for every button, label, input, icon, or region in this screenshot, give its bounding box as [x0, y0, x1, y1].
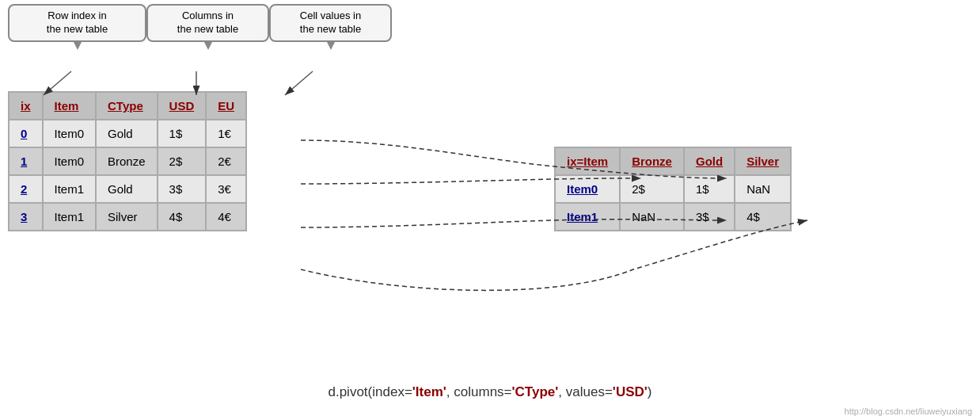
formula-param3: 'USD': [613, 384, 648, 399]
row-1-ix: 1: [9, 147, 43, 175]
formula-prefix: d.pivot(index=: [328, 384, 412, 399]
right-row-1-silver: 4$: [735, 203, 791, 231]
right-table-row: Item0 2$ 1$ NaN: [555, 175, 791, 203]
watermark: http://blog.csdn.net/liuweiyuxiang: [845, 407, 972, 416]
right-col-silver: Silver: [735, 147, 791, 175]
left-col-ctype: CType: [96, 92, 158, 120]
left-table: ix Item CType USD EU 0 Item0 Gold 1$ 1€ …: [8, 91, 247, 231]
row-2-item: Item1: [43, 175, 97, 203]
row-1-item: Item0: [43, 147, 97, 175]
right-row-1-item: Item1: [555, 203, 620, 231]
row-3-item: Item1: [43, 203, 97, 231]
formula-suffix: ): [648, 384, 652, 399]
callout-row-index-text: Row index inthe new table: [47, 10, 108, 35]
row-0-usd: 1$: [158, 120, 207, 147]
row-0-ix: 0: [9, 120, 43, 147]
row-0-ctype: Gold: [96, 120, 158, 147]
main-container: Row index inthe new table Columns inthe …: [0, 0, 980, 420]
formula-mid2: , values=: [558, 384, 613, 399]
right-col-gold: Gold: [684, 147, 735, 175]
left-col-ix: ix: [9, 92, 43, 120]
callout-cell-values-text: Cell values inthe new table: [300, 10, 361, 35]
row-1-usd: 2$: [158, 147, 207, 175]
left-table-wrapper: ix Item CType USD EU 0 Item0 Gold 1$ 1€ …: [8, 91, 247, 231]
row-2-ctype: Gold: [96, 175, 158, 203]
row-2-usd: 3$: [158, 175, 207, 203]
right-table-row: Item1 NaN 3$ 4$: [555, 203, 791, 231]
row-3-usd: 4$: [158, 203, 207, 231]
row-2-ix: 2: [9, 175, 43, 203]
left-col-item: Item: [43, 92, 97, 120]
right-row-1-bronze: NaN: [620, 203, 684, 231]
right-row-0-bronze: 2$: [620, 175, 684, 203]
callout-row-index: Row index inthe new table: [8, 4, 146, 42]
callout-cell-values: Cell values inthe new table: [269, 4, 392, 42]
right-table-wrapper: ix=Item Bronze Gold Silver Item0 2$ 1$ N…: [554, 147, 792, 231]
row-3-eu: 4€: [206, 203, 246, 231]
formula-param2: 'CType': [512, 384, 559, 399]
row-3-ix: 3: [9, 203, 43, 231]
table-row: 2 Item1 Gold 3$ 3€: [9, 175, 246, 203]
callout-columns-text: Columns inthe new table: [177, 10, 238, 35]
row-0-eu: 1€: [206, 120, 246, 147]
right-row-0-silver: NaN: [735, 175, 791, 203]
row-3-ctype: Silver: [96, 203, 158, 231]
formula-mid1: , columns=: [446, 384, 512, 399]
callout-arrow-3: [285, 71, 313, 95]
row-1-eu: 2€: [206, 147, 246, 175]
right-row-1-gold: 3$: [684, 203, 735, 231]
table-row: 0 Item0 Gold 1$ 1€: [9, 120, 246, 147]
right-row-0-gold: 1$: [684, 175, 735, 203]
right-row-0-item: Item0: [555, 175, 620, 203]
formula-param1: 'Item': [412, 384, 446, 399]
formula: d.pivot(index='Item', columns='CType', v…: [328, 384, 651, 400]
left-col-eu: EU: [206, 92, 246, 120]
right-col-ixitem: ix=Item: [555, 147, 620, 175]
table-row: 1 Item0 Bronze 2$ 2€: [9, 147, 246, 175]
right-table: ix=Item Bronze Gold Silver Item0 2$ 1$ N…: [554, 147, 792, 231]
row-0-item: Item0: [43, 120, 97, 147]
row-1-ctype: Bronze: [96, 147, 158, 175]
callout-columns: Columns inthe new table: [146, 4, 269, 42]
table-row: 3 Item1 Silver 4$ 4€: [9, 203, 246, 231]
left-col-usd: USD: [158, 92, 207, 120]
row-2-eu: 3€: [206, 175, 246, 203]
right-col-bronze: Bronze: [620, 147, 684, 175]
